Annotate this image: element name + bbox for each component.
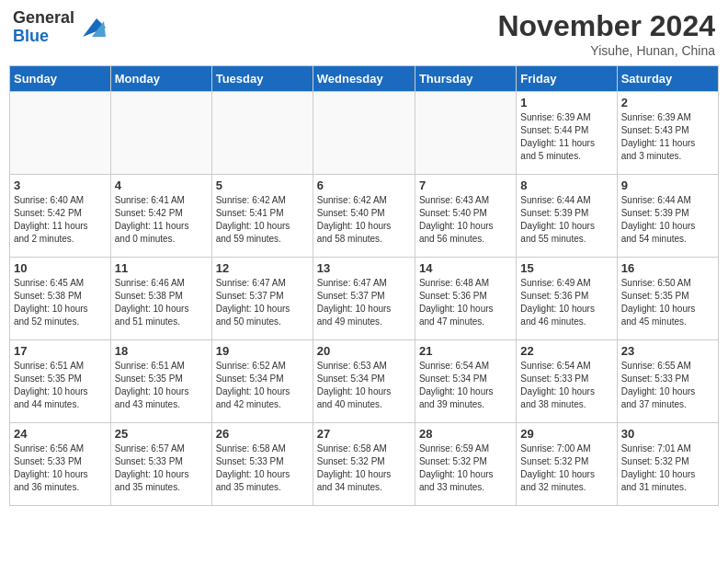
day-info: Sunrise: 6:58 AM Sunset: 5:32 PM Dayligh… [317, 442, 411, 494]
day-info: Sunrise: 6:57 AM Sunset: 5:33 PM Dayligh… [115, 442, 208, 494]
day-number: 11 [115, 261, 208, 275]
calendar-cell: 17Sunrise: 6:51 AM Sunset: 5:35 PM Dayli… [10, 340, 111, 423]
day-info: Sunrise: 6:51 AM Sunset: 5:35 PM Dayligh… [115, 360, 208, 411]
day-info: Sunrise: 6:39 AM Sunset: 5:43 PM Dayligh… [621, 111, 714, 163]
day-info: Sunrise: 6:52 AM Sunset: 5:34 PM Dayligh… [216, 360, 309, 411]
day-info: Sunrise: 6:54 AM Sunset: 5:33 PM Dayligh… [520, 360, 612, 411]
day-info: Sunrise: 6:42 AM Sunset: 5:40 PM Dayligh… [317, 194, 411, 246]
day-number: 18 [115, 344, 208, 358]
day-info: Sunrise: 6:39 AM Sunset: 5:44 PM Dayligh… [520, 111, 612, 163]
calendar-cell [10, 92, 111, 175]
day-info: Sunrise: 6:53 AM Sunset: 5:34 PM Dayligh… [317, 360, 411, 411]
calendar-cell: 14Sunrise: 6:48 AM Sunset: 5:36 PM Dayli… [415, 258, 516, 340]
logo: General Blue [13, 9, 106, 46]
calendar-cell: 27Sunrise: 6:58 AM Sunset: 5:32 PM Dayli… [313, 423, 415, 506]
day-number: 17 [14, 344, 107, 358]
logo-icon [78, 14, 106, 41]
calendar-week-4: 17Sunrise: 6:51 AM Sunset: 5:35 PM Dayli… [10, 340, 719, 423]
calendar-cell: 2Sunrise: 6:39 AM Sunset: 5:43 PM Daylig… [617, 92, 718, 175]
location-subtitle: Yisuhe, Hunan, China [497, 43, 715, 58]
day-info: Sunrise: 6:58 AM Sunset: 5:33 PM Dayligh… [216, 442, 309, 494]
calendar-cell: 24Sunrise: 6:56 AM Sunset: 5:33 PM Dayli… [10, 423, 111, 506]
calendar-cell: 6Sunrise: 6:42 AM Sunset: 5:40 PM Daylig… [313, 175, 415, 258]
day-number: 19 [216, 344, 309, 358]
calendar-week-2: 3Sunrise: 6:40 AM Sunset: 5:42 PM Daylig… [10, 175, 719, 258]
calendar-cell: 11Sunrise: 6:46 AM Sunset: 5:38 PM Dayli… [110, 258, 211, 340]
day-info: Sunrise: 6:42 AM Sunset: 5:41 PM Dayligh… [216, 194, 309, 246]
day-info: Sunrise: 6:44 AM Sunset: 5:39 PM Dayligh… [621, 194, 714, 246]
day-number: 20 [317, 344, 411, 358]
day-number: 28 [419, 427, 512, 441]
weekday-header-saturday: Saturday [617, 66, 718, 92]
calendar-cell: 25Sunrise: 6:57 AM Sunset: 5:33 PM Dayli… [110, 423, 211, 506]
weekday-header-friday: Friday [517, 66, 617, 92]
calendar-cell [110, 92, 211, 175]
calendar-cell: 28Sunrise: 6:59 AM Sunset: 5:32 PM Dayli… [415, 423, 516, 506]
calendar-table: SundayMondayTuesdayWednesdayThursdayFrid… [9, 65, 719, 506]
calendar-cell: 30Sunrise: 7:01 AM Sunset: 5:32 PM Dayli… [617, 423, 718, 506]
weekday-header-wednesday: Wednesday [313, 66, 415, 92]
day-number: 29 [520, 427, 612, 441]
page-header: General Blue November 2024 Yisuhe, Hunan… [9, 9, 719, 58]
day-number: 15 [520, 261, 612, 275]
day-info: Sunrise: 7:01 AM Sunset: 5:32 PM Dayligh… [621, 442, 714, 494]
calendar-cell: 7Sunrise: 6:43 AM Sunset: 5:40 PM Daylig… [415, 175, 516, 258]
day-number: 7 [419, 178, 512, 192]
day-number: 13 [317, 261, 411, 275]
day-number: 10 [14, 261, 107, 275]
day-number: 3 [14, 178, 107, 192]
calendar-cell [415, 92, 516, 175]
calendar-week-1: 1Sunrise: 6:39 AM Sunset: 5:44 PM Daylig… [10, 92, 719, 175]
calendar-cell: 4Sunrise: 6:41 AM Sunset: 5:42 PM Daylig… [110, 175, 211, 258]
calendar-cell: 18Sunrise: 6:51 AM Sunset: 5:35 PM Dayli… [110, 340, 211, 423]
logo-blue-text: Blue [13, 28, 74, 46]
day-number: 12 [216, 261, 309, 275]
day-number: 14 [419, 261, 512, 275]
day-number: 2 [621, 96, 714, 109]
calendar-cell: 15Sunrise: 6:49 AM Sunset: 5:36 PM Dayli… [517, 258, 617, 340]
day-info: Sunrise: 6:43 AM Sunset: 5:40 PM Dayligh… [419, 194, 512, 246]
weekday-header-monday: Monday [110, 66, 211, 92]
day-info: Sunrise: 6:46 AM Sunset: 5:38 PM Dayligh… [115, 277, 208, 328]
day-info: Sunrise: 6:50 AM Sunset: 5:35 PM Dayligh… [621, 277, 714, 328]
day-info: Sunrise: 6:59 AM Sunset: 5:32 PM Dayligh… [419, 442, 512, 494]
day-info: Sunrise: 6:45 AM Sunset: 5:38 PM Dayligh… [14, 277, 107, 328]
day-number: 9 [621, 178, 714, 192]
day-info: Sunrise: 6:47 AM Sunset: 5:37 PM Dayligh… [317, 277, 411, 328]
calendar-cell: 29Sunrise: 7:00 AM Sunset: 5:32 PM Dayli… [517, 423, 617, 506]
day-number: 26 [216, 427, 309, 441]
calendar-cell: 10Sunrise: 6:45 AM Sunset: 5:38 PM Dayli… [10, 258, 111, 340]
day-number: 6 [317, 178, 411, 192]
day-info: Sunrise: 6:40 AM Sunset: 5:42 PM Dayligh… [14, 194, 107, 246]
day-info: Sunrise: 7:00 AM Sunset: 5:32 PM Dayligh… [520, 442, 612, 494]
calendar-cell: 13Sunrise: 6:47 AM Sunset: 5:37 PM Dayli… [313, 258, 415, 340]
day-info: Sunrise: 6:41 AM Sunset: 5:42 PM Dayligh… [115, 194, 208, 246]
day-number: 22 [520, 344, 612, 358]
calendar-cell: 9Sunrise: 6:44 AM Sunset: 5:39 PM Daylig… [617, 175, 718, 258]
month-year-title: November 2024 [497, 9, 715, 43]
weekday-header-sunday: Sunday [10, 66, 111, 92]
calendar-cell: 19Sunrise: 6:52 AM Sunset: 5:34 PM Dayli… [211, 340, 313, 423]
weekday-header-thursday: Thursday [415, 66, 516, 92]
title-block: November 2024 Yisuhe, Hunan, China [497, 9, 715, 58]
calendar-week-3: 10Sunrise: 6:45 AM Sunset: 5:38 PM Dayli… [10, 258, 719, 340]
calendar-cell: 8Sunrise: 6:44 AM Sunset: 5:39 PM Daylig… [517, 175, 617, 258]
day-info: Sunrise: 6:49 AM Sunset: 5:36 PM Dayligh… [520, 277, 612, 328]
day-info: Sunrise: 6:47 AM Sunset: 5:37 PM Dayligh… [216, 277, 309, 328]
calendar-cell: 12Sunrise: 6:47 AM Sunset: 5:37 PM Dayli… [211, 258, 313, 340]
calendar-cell: 16Sunrise: 6:50 AM Sunset: 5:35 PM Dayli… [617, 258, 718, 340]
calendar-cell [211, 92, 313, 175]
day-number: 30 [621, 427, 714, 441]
calendar-cell: 22Sunrise: 6:54 AM Sunset: 5:33 PM Dayli… [517, 340, 617, 423]
calendar-cell: 21Sunrise: 6:54 AM Sunset: 5:34 PM Dayli… [415, 340, 516, 423]
day-info: Sunrise: 6:44 AM Sunset: 5:39 PM Dayligh… [520, 194, 612, 246]
day-number: 24 [14, 427, 107, 441]
weekday-header-row: SundayMondayTuesdayWednesdayThursdayFrid… [10, 66, 719, 92]
day-number: 25 [115, 427, 208, 441]
day-info: Sunrise: 6:54 AM Sunset: 5:34 PM Dayligh… [419, 360, 512, 411]
day-number: 23 [621, 344, 714, 358]
calendar-cell [313, 92, 415, 175]
day-number: 27 [317, 427, 411, 441]
calendar-cell: 23Sunrise: 6:55 AM Sunset: 5:33 PM Dayli… [617, 340, 718, 423]
calendar-cell: 1Sunrise: 6:39 AM Sunset: 5:44 PM Daylig… [517, 92, 617, 175]
